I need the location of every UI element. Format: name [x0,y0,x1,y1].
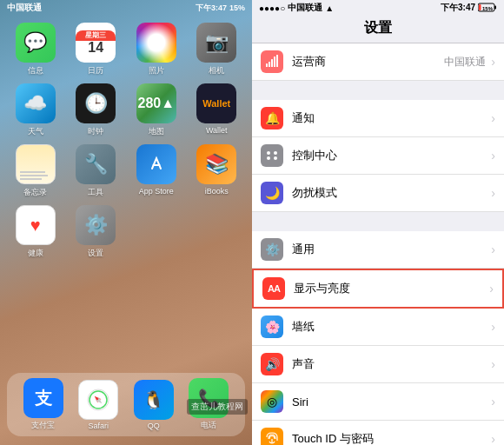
display-row-icon: AA [262,277,285,300]
dnd-row-label: 勿扰模式 [292,185,489,201]
settings-row-wallpaper[interactable]: 🌸 墙纸 › [252,309,504,346]
dnd-row-icon: 🌙 [261,182,283,204]
left-status-right: 下午3:47 15% [196,3,245,14]
settings-list: 运营商 中国联通 › 🔔 通知 › 控制中心 › [252,43,504,445]
settings-header: 设置 [252,16,504,43]
messages-label: 信息 [28,65,43,76]
display-chevron: › [489,282,494,296]
app-notes[interactable]: 备忘录 [9,144,63,198]
dock-alipay[interactable]: 支 支付宝 [23,378,63,431]
tools-icon: 🔧 [76,144,116,184]
svg-point-16 [267,156,270,160]
carrier-text: 中国联通 [7,2,42,14]
app-maps[interactable]: 280▲ 地图 [129,83,183,137]
qq-label: QQ [148,422,160,430]
general-row-icon: ⚙️ [261,238,283,261]
battery-text: 15% [229,3,245,12]
alipay-label: 支付宝 [31,420,55,431]
health-icon: ♥ [16,205,56,245]
svg-rect-11 [271,59,273,67]
right-time: 下午3:47 [441,2,475,14]
safari-icon [78,380,118,420]
settings-row-siri[interactable]: ◎ Siri › [252,383,504,421]
settings-label: 设置 [88,248,103,259]
app-clock[interactable]: 🕒 时钟 [70,83,123,137]
maps-icon: 280▲ [136,83,176,123]
app-health[interactable]: ♥ 健康 [9,205,63,259]
app-grid: 💬 信息 星期三 14 日历 照片 📷 相机 ☁️ 天气 🕒 时钟 [0,16,252,266]
svg-rect-6 [494,5,496,9]
carrier-row-label: 运营商 [292,54,444,70]
app-weather[interactable]: ☁️ 天气 [9,83,63,137]
messages-icon: 💬 [16,23,56,63]
carrier-row-icon [261,50,283,73]
svg-point-17 [274,156,277,160]
section-sep-1 [252,81,504,100]
wallpaper-row-label: 墙纸 [292,319,489,335]
app-calendar[interactable]: 星期三 14 日历 [70,23,123,76]
ibooks-icon: 📚 [196,144,236,184]
wallet-icon: Wallet [196,83,236,123]
app-ibooks[interactable]: 📚 iBooks [190,144,244,198]
right-battery: 15% [478,3,497,14]
settings-row-dnd[interactable]: 🌙 勿扰模式 › [252,175,504,212]
sound-row-icon: 🔊 [261,353,283,375]
clock-label: 时钟 [88,126,103,137]
carrier-row-value: 中国联通 [444,55,486,70]
app-messages[interactable]: 💬 信息 [9,23,63,76]
wifi-icon: ▲ [325,3,334,13]
settings-row-control[interactable]: 控制中心 › [252,137,504,175]
control-row-icon [261,144,283,167]
settings-icon: ⚙️ [76,205,116,245]
left-status-carrier: 中国联通 [7,2,42,14]
dock-safari[interactable]: Safari [78,380,118,430]
settings-row-carrier[interactable]: 运营商 中国联通 › [252,43,504,81]
settings-title: 设置 [364,20,392,35]
touchid-chevron: › [491,432,495,445]
svg-rect-13 [276,55,278,67]
app-camera[interactable]: 📷 相机 [190,23,244,76]
app-appstore[interactable]: App Store [129,144,183,198]
dock-qq[interactable]: 🐧 QQ [134,380,174,430]
tools-label: 工具 [88,187,103,198]
general-row-label: 通用 [292,242,489,257]
sound-chevron: › [491,357,495,371]
settings-row-touchid[interactable]: Touch ID 与密码 › [252,421,504,445]
wallpaper-chevron: › [491,320,495,334]
clock-icon: 🕒 [76,83,116,123]
right-panel: ●●●●○ 中国联通 ▲ 下午3:47 15% 设置 [252,0,504,445]
carrier-chevron: › [491,55,495,69]
touchid-row-label: Touch ID 与密码 [292,431,489,445]
app-tools[interactable]: 🔧 工具 [70,144,123,198]
right-status-carrier: ●●●●○ 中国联通 ▲ [259,2,334,14]
general-chevron: › [491,242,495,256]
app-wallet[interactable]: Wallet Wallet [190,83,244,137]
right-carrier-text: 中国联通 [288,2,322,14]
settings-row-display[interactable]: AA 显示与亮度 › [252,269,504,309]
app-photos[interactable]: 照片 [129,23,183,76]
svg-rect-9 [266,63,268,67]
camera-label: 相机 [209,65,224,76]
right-status-bar: ●●●●○ 中国联通 ▲ 下午3:47 15% [252,0,504,16]
wallet-label: Wallet [206,126,228,135]
app-settings[interactable]: ⚙️ 设置 [70,205,123,259]
display-row-label: 显示与亮度 [294,281,487,296]
svg-text:15%: 15% [482,6,494,11]
dnd-chevron: › [491,186,495,200]
settings-row-general[interactable]: ⚙️ 通用 › [252,231,504,269]
safari-label: Safari [88,422,109,430]
left-status-bar: 中国联通 下午3:47 15% [0,0,252,16]
phone-label: 电话 [201,420,216,431]
qq-icon: 🐧 [134,380,174,420]
svg-rect-7 [479,4,481,10]
left-panel: 中国联通 下午3:47 15% 💬 信息 星期三 14 日历 照片 📷 相机 [0,0,252,445]
control-row-label: 控制中心 [292,148,489,163]
settings-row-sound[interactable]: 🔊 声音 › [252,346,504,383]
section-sep-2 [252,212,504,231]
maps-label: 地图 [149,126,164,137]
camera-icon: 📷 [196,23,236,63]
alipay-icon: 支 [23,378,63,418]
siri-row-icon: ◎ [261,390,283,413]
settings-row-notify[interactable]: 🔔 通知 › [252,100,504,137]
notify-row-icon: 🔔 [261,107,283,130]
